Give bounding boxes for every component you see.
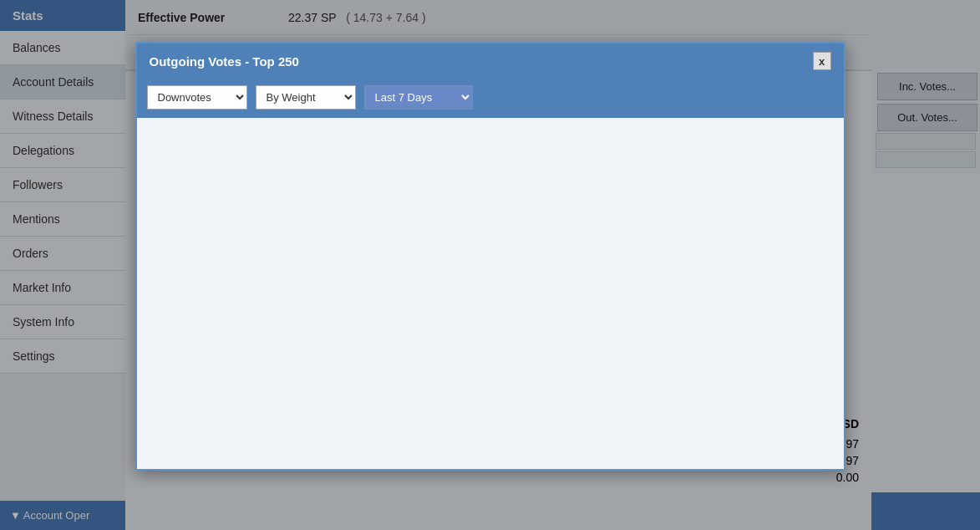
modal-overlay: Outgoing Votes - Top 250 x Downvotes By … — [0, 0, 980, 530]
modal-header: Outgoing Votes - Top 250 x — [137, 43, 844, 79]
filter-dropdown-2[interactable]: By Weight — [256, 85, 356, 110]
page-wrapper: Stats Balances Account Details Witness D… — [0, 0, 980, 530]
modal-dialog: Outgoing Votes - Top 250 x Downvotes By … — [135, 42, 845, 471]
modal-close-button[interactable]: x — [813, 52, 831, 70]
modal-toolbar: Downvotes By Weight Last 7 Days — [137, 79, 844, 118]
modal-title: Outgoing Votes - Top 250 — [150, 54, 299, 69]
filter-dropdown-1[interactable]: Downvotes — [147, 85, 247, 110]
modal-body — [137, 118, 844, 469]
filter-dropdown-3[interactable]: Last 7 Days — [364, 85, 473, 110]
